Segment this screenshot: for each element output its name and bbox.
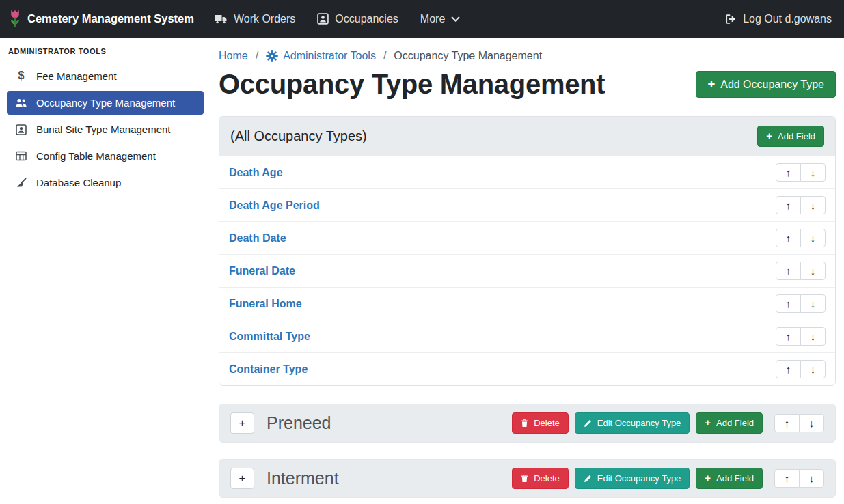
- top-navbar: Cemetery Management System Work Orders: [0, 0, 844, 38]
- nav-occupancies[interactable]: Occupancies: [317, 13, 398, 25]
- up-arrow-icon: ↑: [786, 265, 791, 277]
- breadcrumb-separator: /: [383, 50, 386, 62]
- logout-link[interactable]: Log Out d.gowans: [724, 13, 832, 25]
- move-button-group: ↑ ↓: [776, 229, 826, 247]
- field-link[interactable]: Death Date: [229, 232, 286, 244]
- breadcrumb-current: Occupancy Type Management: [394, 50, 542, 62]
- field-row: Committal Type ↑ ↓: [219, 320, 835, 353]
- field-link[interactable]: Funeral Home: [229, 298, 302, 310]
- move-up-button[interactable]: ↑: [776, 360, 801, 378]
- trash-icon: [521, 419, 528, 428]
- move-down-button[interactable]: ↓: [800, 196, 826, 214]
- edit-occupancy-type-button[interactable]: Edit Occupancy Type: [575, 468, 690, 489]
- pencil-icon: [584, 419, 592, 428]
- down-arrow-icon: ↓: [811, 363, 816, 375]
- move-down-button[interactable]: ↓: [800, 327, 826, 346]
- button-label: Add Field: [716, 418, 754, 428]
- move-down-button[interactable]: ↓: [800, 163, 826, 182]
- sidebar-item-occupancy-type-management[interactable]: Occupancy Type Management: [7, 91, 204, 115]
- sidebar-item-config-table-management[interactable]: Config Table Management: [7, 144, 204, 168]
- up-arrow-icon: ↑: [786, 363, 791, 375]
- gear-icon: [266, 50, 278, 62]
- move-up-button[interactable]: ↑: [774, 469, 800, 488]
- app-brand[interactable]: Cemetery Management System: [8, 9, 194, 29]
- down-arrow-icon: ↓: [811, 199, 816, 211]
- field-link[interactable]: Funeral Date: [229, 265, 295, 277]
- field-link[interactable]: Death Age Period: [229, 199, 320, 212]
- expand-button[interactable]: +: [230, 468, 254, 489]
- add-occupancy-type-button[interactable]: + Add Occupancy Type: [696, 71, 836, 97]
- pencil-icon: [584, 475, 592, 483]
- breadcrumb-label: Administrator Tools: [283, 50, 376, 62]
- delete-button[interactable]: Delete: [512, 412, 569, 434]
- table-icon: [14, 151, 29, 161]
- plus-icon: +: [705, 418, 711, 428]
- up-arrow-icon: ↑: [786, 331, 791, 342]
- move-down-button[interactable]: ↓: [800, 262, 826, 280]
- move-up-button[interactable]: ↑: [776, 163, 801, 182]
- up-arrow-icon: ↑: [786, 199, 791, 211]
- sidebar-item-burial-site-type-management[interactable]: Burial Site Type Management: [7, 117, 204, 141]
- field-link[interactable]: Committal Type: [229, 331, 310, 343]
- nav-label: Occupancies: [335, 13, 398, 25]
- move-down-button[interactable]: ↓: [799, 414, 824, 432]
- move-up-button[interactable]: ↑: [776, 294, 801, 313]
- all-occupancy-types-card: (All Occupancy Types) + Add Field Death …: [219, 116, 836, 386]
- title-row: Occupancy Type Management + Add Occupanc…: [219, 69, 836, 100]
- sidebar-item-fee-management[interactable]: $ Fee Management: [7, 64, 204, 88]
- button-label: Delete: [534, 473, 560, 484]
- move-up-button[interactable]: ↑: [774, 414, 800, 432]
- move-down-button[interactable]: ↓: [800, 360, 826, 378]
- logout-icon: [724, 14, 737, 25]
- move-down-button[interactable]: ↓: [799, 469, 824, 488]
- add-field-button[interactable]: + Add Field: [757, 126, 824, 147]
- move-up-button[interactable]: ↑: [776, 196, 801, 214]
- occupancy-type-section-interment: + Interment Delete: [219, 459, 836, 498]
- sidebar-item-label: Database Cleanup: [36, 177, 121, 188]
- move-button-group: ↑ ↓: [774, 469, 824, 488]
- field-row: Death Date ↑ ↓: [219, 222, 835, 255]
- move-button-group: ↑ ↓: [776, 327, 826, 346]
- delete-button[interactable]: Delete: [512, 468, 569, 489]
- breadcrumb-home[interactable]: Home: [219, 50, 248, 62]
- move-up-button[interactable]: ↑: [776, 229, 801, 247]
- chevron-down-icon: [451, 15, 460, 23]
- down-arrow-icon: ↓: [809, 473, 815, 484]
- add-field-button[interactable]: + Add Field: [696, 412, 763, 434]
- button-label: Add Field: [778, 131, 815, 141]
- plus-icon: +: [705, 473, 711, 484]
- edit-occupancy-type-button[interactable]: Edit Occupancy Type: [575, 412, 690, 434]
- plus-icon: +: [766, 131, 772, 141]
- up-arrow-icon: ↑: [786, 232, 791, 244]
- move-up-button[interactable]: ↑: [776, 327, 801, 346]
- breadcrumb-separator: /: [256, 50, 258, 62]
- dollar-icon: $: [14, 70, 29, 82]
- breadcrumb-administrator-tools[interactable]: Administrator Tools: [266, 50, 376, 62]
- down-arrow-icon: ↓: [811, 265, 816, 277]
- page-title: Occupancy Type Management: [219, 69, 605, 100]
- field-row: Funeral Date ↑ ↓: [219, 255, 835, 288]
- move-button-group: ↑ ↓: [776, 196, 826, 214]
- broom-icon: [14, 178, 29, 188]
- expand-button[interactable]: +: [230, 412, 254, 434]
- truck-icon: [215, 14, 228, 25]
- add-field-button[interactable]: + Add Field: [696, 468, 763, 489]
- move-down-button[interactable]: ↓: [800, 229, 826, 247]
- move-up-button[interactable]: ↑: [776, 262, 801, 280]
- button-label: Edit Occupancy Type: [597, 418, 681, 428]
- sidebar-item-database-cleanup[interactable]: Database Cleanup: [7, 171, 204, 195]
- move-down-button[interactable]: ↓: [800, 294, 826, 313]
- occupancy-type-title: Preneed: [267, 413, 331, 433]
- logout-label: Log Out d.gowans: [743, 13, 832, 25]
- person-badge-icon: [317, 13, 329, 25]
- field-link[interactable]: Container Type: [229, 363, 308, 376]
- sidebar-item-label: Config Table Management: [36, 150, 156, 162]
- move-button-group: ↑ ↓: [776, 360, 826, 378]
- field-row: Container Type ↑ ↓: [219, 353, 835, 385]
- nav-more[interactable]: More: [420, 13, 460, 25]
- card-header: (All Occupancy Types) + Add Field: [219, 117, 835, 156]
- nav-label: Work Orders: [234, 13, 295, 25]
- field-link[interactable]: Death Age: [229, 167, 283, 179]
- button-label: Delete: [534, 418, 560, 428]
- nav-work-orders[interactable]: Work Orders: [215, 13, 295, 25]
